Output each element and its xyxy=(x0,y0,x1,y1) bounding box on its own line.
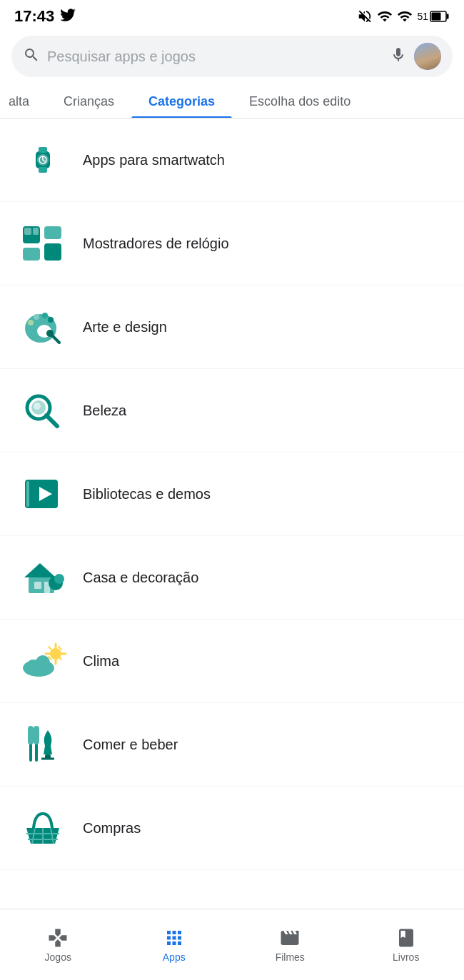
status-icons: 51 xyxy=(357,9,450,24)
clock: 17:43 xyxy=(14,7,54,26)
svg-rect-14 xyxy=(24,228,31,235)
nav-filmes-label: Filmes xyxy=(276,951,305,963)
status-time-group: 17:43 xyxy=(14,7,76,26)
category-item-bibliotecas[interactable]: Bibliotecas e demos xyxy=(0,453,464,536)
svg-point-21 xyxy=(48,317,54,323)
svg-rect-5 xyxy=(39,167,47,173)
wifi-icon xyxy=(397,9,413,24)
apps-icon xyxy=(163,927,185,949)
nav-filmes[interactable]: Filmes xyxy=(232,927,348,963)
bottom-nav: Jogos Apps Filmes Livros xyxy=(0,909,464,980)
svg-rect-2 xyxy=(432,13,441,21)
food-icon xyxy=(17,719,69,770)
search-bar[interactable]: Pesquisar apps e jogos xyxy=(11,36,453,77)
svg-rect-13 xyxy=(44,243,61,261)
svg-rect-1 xyxy=(447,14,449,19)
signal-icon xyxy=(377,9,393,24)
svg-rect-11 xyxy=(23,248,40,261)
avatar[interactable] xyxy=(414,43,441,70)
category-item-comer[interactable]: Comer e beber xyxy=(0,703,464,787)
books-icon xyxy=(395,927,417,949)
battery-icon xyxy=(430,11,450,22)
category-label-casa: Casa e decoração xyxy=(83,570,198,586)
category-item-smartwatch[interactable]: Apps para smartwatch xyxy=(0,118,464,202)
battery-group: 51 xyxy=(417,11,450,22)
watch-faces-icon xyxy=(17,218,69,269)
svg-point-20 xyxy=(42,313,48,318)
search-icon xyxy=(23,46,40,66)
category-label-clima: Clima xyxy=(83,653,119,670)
svg-point-19 xyxy=(34,314,39,320)
categories-list: Apps para smartwatch Mostradores de reló… xyxy=(0,118,464,909)
gamepad-icon xyxy=(47,927,69,949)
svg-point-40 xyxy=(36,655,50,670)
nav-apps[interactable]: Apps xyxy=(116,927,233,963)
svg-line-46 xyxy=(49,647,51,650)
svg-line-27 xyxy=(46,415,57,426)
art-icon xyxy=(17,301,69,353)
category-label-beleza: Beleza xyxy=(83,403,126,419)
svg-point-37 xyxy=(54,574,64,584)
svg-line-47 xyxy=(59,657,61,660)
svg-rect-30 xyxy=(26,481,29,507)
category-label-smartwatch: Apps para smartwatch xyxy=(83,152,225,168)
nav-jogos[interactable]: Jogos xyxy=(0,927,116,963)
svg-marker-32 xyxy=(24,563,56,577)
svg-point-18 xyxy=(28,320,34,325)
svg-rect-4 xyxy=(39,147,47,153)
home-icon xyxy=(17,552,69,603)
svg-line-48 xyxy=(59,647,61,650)
svg-rect-15 xyxy=(33,228,39,235)
shopping-icon xyxy=(17,802,69,854)
category-label-bibliotecas: Bibliotecas e demos xyxy=(83,486,211,502)
svg-point-24 xyxy=(46,330,54,337)
category-label-comer: Comer e beber xyxy=(83,737,178,753)
category-label-mostradores: Mostradores de relógio xyxy=(83,236,229,252)
beauty-icon xyxy=(17,385,69,436)
mute-icon xyxy=(357,9,373,24)
svg-point-28 xyxy=(34,403,41,410)
svg-point-22 xyxy=(51,324,56,330)
category-label-arte: Arte e design xyxy=(83,319,167,335)
weather-icon xyxy=(17,635,69,687)
status-bar: 17:43 51 xyxy=(0,0,464,30)
libraries-icon xyxy=(17,468,69,520)
category-label-compras: Compras xyxy=(83,820,141,837)
svg-rect-34 xyxy=(34,582,41,589)
category-item-compras[interactable]: Compras xyxy=(0,787,464,870)
nav-jogos-label: Jogos xyxy=(45,951,71,963)
nav-livros[interactable]: Livros xyxy=(348,927,465,963)
svg-rect-12 xyxy=(44,226,61,239)
category-item-arte[interactable]: Arte e design xyxy=(0,286,464,369)
nav-apps-label: Apps xyxy=(163,951,186,963)
search-placeholder: Pesquisar apps e jogos xyxy=(47,49,383,65)
twitter-icon xyxy=(60,9,76,25)
mic-icon[interactable] xyxy=(390,46,407,66)
category-item-clima[interactable]: Clima xyxy=(0,620,464,703)
tab-categorias[interactable]: Categorias xyxy=(131,86,232,118)
tabs-container: alta Crianças Categorias Escolha dos edi… xyxy=(0,86,464,118)
battery-level: 51 xyxy=(417,11,428,22)
category-item-mostradores[interactable]: Mostradores de relógio xyxy=(0,202,464,286)
category-item-beleza[interactable]: Beleza xyxy=(0,369,464,453)
tab-criancas[interactable]: Crianças xyxy=(46,86,131,118)
tab-escolha[interactable]: Escolha dos edito xyxy=(232,86,368,118)
category-item-casa[interactable]: Casa e decoração xyxy=(0,536,464,620)
movies-icon xyxy=(279,927,301,949)
tab-alta[interactable]: alta xyxy=(0,86,46,118)
smartwatch-icon xyxy=(17,134,69,186)
nav-livros-label: Livros xyxy=(393,951,419,963)
